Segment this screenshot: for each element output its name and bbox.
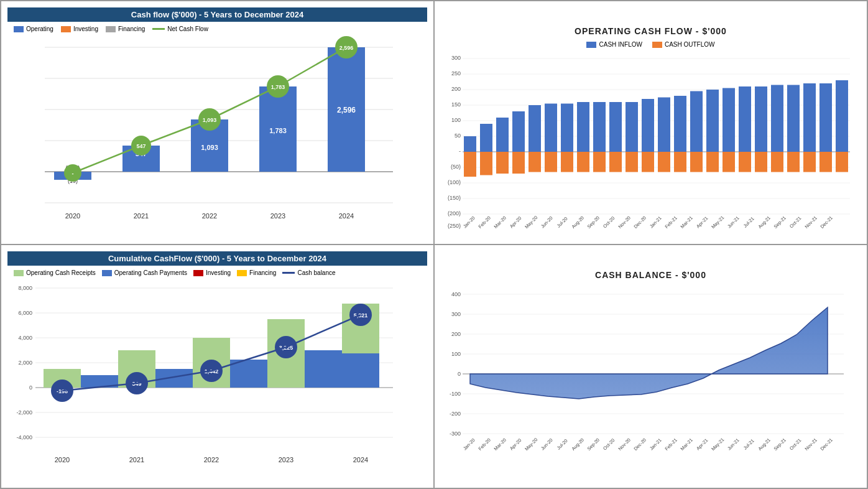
svg-text:Apr-21: Apr-21 bbox=[695, 437, 709, 451]
inflow-bar-19 bbox=[771, 85, 783, 152]
panel-cashflow: Cash flow ($'000) - 5 Years to December … bbox=[1, 1, 434, 244]
legend-fin-label: Financing bbox=[249, 269, 276, 276]
ocr-swatch bbox=[14, 270, 24, 276]
cashbal-line bbox=[282, 272, 295, 274]
xlabel3-2021: 2021 bbox=[129, 456, 144, 463]
svg-text:Aug-20: Aug-20 bbox=[570, 215, 584, 229]
svg-text:(250): (250) bbox=[448, 223, 461, 229]
outflow-bar-3 bbox=[512, 152, 525, 174]
svg-text:Jul-21: Jul-21 bbox=[742, 216, 755, 229]
svg-text:Jan-21: Jan-21 bbox=[649, 437, 663, 452]
outflow-bar-5 bbox=[545, 152, 557, 172]
inflow-bar-16 bbox=[723, 88, 735, 152]
outflow-bar-20 bbox=[787, 152, 800, 172]
svg-text:Dec-20: Dec-20 bbox=[632, 215, 647, 229]
svg-text:-200: -200 bbox=[450, 411, 461, 417]
svg-text:Aug-21: Aug-21 bbox=[757, 437, 771, 451]
svg-text:Jun-21: Jun-21 bbox=[726, 215, 741, 230]
svg-text:Mar-21: Mar-21 bbox=[680, 437, 694, 452]
inflow-bar-5 bbox=[545, 104, 557, 152]
legend-ocp-label: Operating Cash Payments bbox=[114, 269, 187, 276]
outflow-bar-6 bbox=[561, 152, 573, 172]
svg-text:Mar-20: Mar-20 bbox=[493, 437, 507, 452]
svg-text:0: 0 bbox=[29, 384, 32, 391]
panel3-title: Cumulative CashFlow ($'000) - 5 Years to… bbox=[7, 251, 427, 266]
dot-2021-label: 547 bbox=[136, 143, 145, 149]
svg-text:Oct-21: Oct-21 bbox=[788, 215, 802, 229]
svg-text:(200): (200) bbox=[448, 210, 461, 217]
inflow-bar-9 bbox=[609, 102, 622, 152]
svg-text:4,000: 4,000 bbox=[18, 335, 32, 341]
inflow-bar-22 bbox=[820, 83, 832, 152]
legend-fin: Financing bbox=[237, 269, 276, 276]
svg-text:-300: -300 bbox=[450, 431, 461, 437]
legend-ocp: Operating Cash Payments bbox=[102, 269, 187, 276]
svg-text:Jul-20: Jul-20 bbox=[556, 438, 569, 451]
ocp-bar-2023 bbox=[305, 350, 342, 388]
xlabel3-2024: 2024 bbox=[353, 456, 368, 463]
legend-inv-label: Investing bbox=[206, 269, 231, 276]
cash-balance-area bbox=[470, 307, 828, 399]
svg-text:100: 100 bbox=[451, 351, 461, 357]
outflow-bar-12 bbox=[658, 152, 670, 172]
inflow-swatch bbox=[586, 42, 596, 48]
svg-text:Jun-21: Jun-21 bbox=[726, 437, 741, 452]
xlabel-2023: 2023 bbox=[270, 212, 285, 220]
svg-text:Feb-21: Feb-21 bbox=[664, 215, 678, 230]
financing-swatch bbox=[106, 26, 116, 32]
dashboard-grid: Cash flow ($'000) - 5 Years to December … bbox=[0, 0, 868, 489]
svg-text:Mar-21: Mar-21 bbox=[680, 215, 694, 230]
panel-cash-balance: CASH BALANCE - $'000 400 300 200 100 0 -… bbox=[434, 244, 867, 488]
inflow-bar-14 bbox=[690, 91, 703, 152]
svg-text:Nov-20: Nov-20 bbox=[617, 215, 631, 229]
legend-outflow-label: CASH OUTFLOW bbox=[665, 41, 715, 48]
svg-text:-2,000: -2,000 bbox=[16, 409, 32, 416]
inflow-bar-18 bbox=[755, 86, 767, 152]
inflow-bar-2 bbox=[496, 118, 509, 152]
svg-text:Jan-21: Jan-21 bbox=[649, 215, 663, 230]
legend-investing-label: Investing bbox=[73, 26, 98, 32]
outflow-bar-23 bbox=[836, 152, 848, 172]
inflow-bar-8 bbox=[593, 102, 606, 152]
svg-text:Dec-21: Dec-21 bbox=[819, 437, 833, 451]
inflow-bar-7 bbox=[577, 102, 589, 152]
inflow-bar-3 bbox=[512, 111, 525, 152]
svg-text:2,000: 2,000 bbox=[18, 360, 32, 366]
ocp-bar-2021 bbox=[155, 369, 193, 388]
inflow-bar-6 bbox=[561, 104, 573, 152]
svg-text:50: 50 bbox=[455, 133, 461, 139]
outflow-bar-11 bbox=[642, 152, 654, 172]
outflow-bar-17 bbox=[739, 152, 751, 172]
svg-text:200: 200 bbox=[451, 331, 461, 337]
legend-ocr: Operating Cash Receipts bbox=[14, 269, 96, 276]
svg-text:May-20: May-20 bbox=[524, 437, 538, 452]
legend-operating: Operating bbox=[14, 26, 53, 32]
xlabel3-2020: 2020 bbox=[55, 456, 70, 463]
svg-text:(100): (100) bbox=[448, 179, 461, 185]
outflow-bar-2 bbox=[496, 152, 509, 174]
bar-2024-label: 2,596 bbox=[337, 106, 356, 114]
svg-text:400: 400 bbox=[451, 291, 461, 297]
svg-text:Jun-20: Jun-20 bbox=[540, 437, 554, 452]
svg-text:-4,000: -4,000 bbox=[16, 434, 32, 440]
svg-text:6,000: 6,000 bbox=[18, 310, 32, 316]
svg-text:100: 100 bbox=[451, 117, 461, 123]
outflow-bar-22 bbox=[820, 152, 832, 172]
svg-text:Dec-20: Dec-20 bbox=[632, 437, 647, 451]
svg-text:200: 200 bbox=[451, 86, 461, 92]
outflow-swatch bbox=[652, 42, 662, 48]
inflow-bar-0 bbox=[464, 136, 476, 152]
xlabel-2020: 2020 bbox=[65, 212, 80, 220]
svg-text:Apr-20: Apr-20 bbox=[509, 215, 522, 229]
svg-text:May-21: May-21 bbox=[710, 437, 725, 452]
outflow-bar-7 bbox=[577, 152, 589, 172]
outflow-bar-15 bbox=[706, 152, 719, 172]
inflow-bar-21 bbox=[803, 83, 816, 152]
inflow-bar-17 bbox=[739, 86, 751, 152]
inv-swatch bbox=[193, 270, 203, 276]
ocp-swatch bbox=[102, 270, 112, 276]
outflow-bar-10 bbox=[626, 152, 638, 172]
svg-text:May-20: May-20 bbox=[524, 215, 538, 230]
svg-text:May-21: May-21 bbox=[710, 215, 725, 230]
svg-text:300: 300 bbox=[451, 311, 461, 317]
